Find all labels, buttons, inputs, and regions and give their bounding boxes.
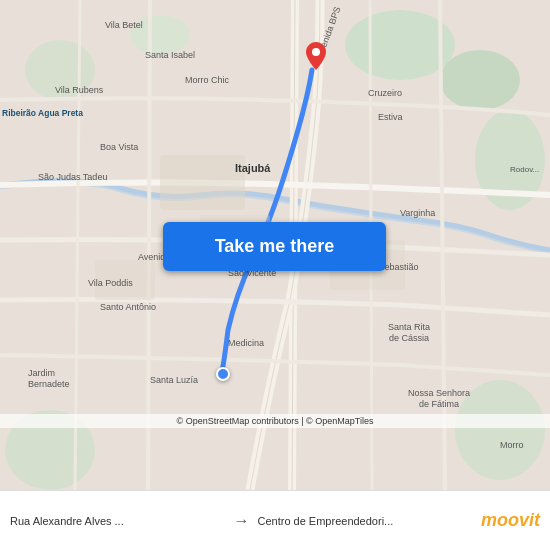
to-location-text: Centro de Empreendedori... xyxy=(258,515,474,527)
label-ribeirao: Ribeirão Agua Preta xyxy=(2,108,83,118)
label-varginha: Varginha xyxy=(400,208,435,218)
label-santa-isabel: Santa Isabel xyxy=(145,50,195,60)
label-sao-judas: São Judas Tadeu xyxy=(38,172,107,182)
svg-point-12 xyxy=(312,48,320,56)
destination-marker xyxy=(306,42,326,74)
label-santa-rita: Santa Ritade Cássia xyxy=(388,322,430,344)
label-santo-antonio: Santo Antônio xyxy=(100,302,156,312)
label-santa-luzia: Santa Luzía xyxy=(150,375,198,385)
label-rodov: Rodov... xyxy=(510,165,539,174)
label-vila-poddis: Vila Poddis xyxy=(88,278,133,288)
map-attribution: © OpenStreetMap contributors | © OpenMap… xyxy=(0,414,550,428)
svg-rect-8 xyxy=(160,155,245,210)
label-cruzeiro: Cruzeiro xyxy=(368,88,402,98)
label-boa-vista: Boa Vista xyxy=(100,142,138,152)
label-jardim-bernadete: JardimBernadete xyxy=(28,368,70,390)
label-morro: Morro xyxy=(500,440,524,450)
origin-marker xyxy=(216,367,230,381)
label-vila-betel: Vila Betel xyxy=(105,20,143,30)
bottom-bar: Rua Alexandre Alves ... → Centro de Empr… xyxy=(0,490,550,550)
svg-point-2 xyxy=(440,50,520,110)
label-morro-chic: Morro Chic xyxy=(185,75,229,85)
from-location-text: Rua Alexandre Alves ... xyxy=(10,515,226,527)
map-view: Vila Betel Santa Isabel Vila Rubens Morr… xyxy=(0,0,550,490)
label-estiva: Estiva xyxy=(378,112,403,122)
label-medicina: Medicina xyxy=(228,338,264,348)
arrow-icon: → xyxy=(234,512,250,530)
moovit-logo: moovit xyxy=(481,510,540,531)
label-vila-rubens: Vila Rubens xyxy=(55,85,103,95)
take-me-there-button[interactable]: Take me there xyxy=(163,222,386,271)
label-nossa-senhora: Nossa Senhorade Fátima xyxy=(408,388,470,410)
label-itajuba: Itajubá xyxy=(235,162,270,174)
